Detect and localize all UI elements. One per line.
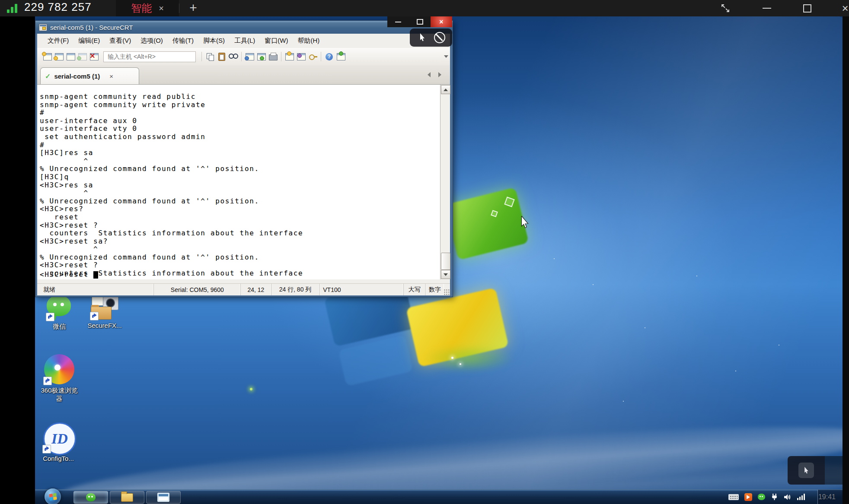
minimize-icon <box>395 22 401 22</box>
host-input-field[interactable] <box>107 53 195 60</box>
host-input[interactable] <box>103 51 196 62</box>
device-id: 229 782 257 <box>24 0 92 14</box>
letterbox-right <box>843 16 849 504</box>
close-icon: × <box>842 2 848 15</box>
terminal-prompt-text: <H3C>reset <box>40 271 93 279</box>
shortcut-arrow-icon <box>42 445 51 453</box>
overlay-minimize-button[interactable] <box>387 16 409 27</box>
remote-cursor-icon <box>798 463 814 478</box>
session-options-icon[interactable] <box>335 51 347 62</box>
connect-dialog-icon[interactable] <box>41 51 53 62</box>
key-agent-icon[interactable] <box>307 51 319 62</box>
securecrt-app-icon <box>39 24 47 31</box>
status-bar: 就绪 Serial: COM5, 9600 24, 12 24 行, 80 列 … <box>37 283 450 295</box>
status-ready: 就绪 <box>37 284 154 295</box>
zmodem-download-icon[interactable] <box>255 51 267 62</box>
desktop-icon-label: 微信 <box>35 322 83 330</box>
maximize-button[interactable] <box>800 2 814 14</box>
pointer-mode-button[interactable] <box>416 32 428 44</box>
signal-strength-icon <box>7 4 20 13</box>
status-cursor-position: 24, 12 <box>241 284 271 295</box>
menu-window[interactable]: 窗口(W) <box>260 37 293 45</box>
overlay-close-button[interactable]: × <box>431 16 452 27</box>
sparkle-dot <box>460 363 461 365</box>
close-button[interactable]: × <box>838 2 849 14</box>
remote-panel-button[interactable] <box>788 456 825 485</box>
remote-app-topbar: 229 782 257 智能 × + × <box>0 0 849 16</box>
menu-file[interactable]: 文件(F) <box>43 37 73 45</box>
toolbar-overflow-chevron-icon[interactable] <box>444 55 448 58</box>
securefx-lens <box>106 298 115 307</box>
taskbar-button-explorer[interactable] <box>110 491 144 504</box>
cursor-arrow-icon <box>419 33 426 42</box>
menu-transfer[interactable]: 传输(T) <box>168 37 198 45</box>
reconnect-icon[interactable] <box>77 51 88 62</box>
show-desktop-button[interactable] <box>817 490 843 504</box>
scroll-down-button[interactable] <box>441 270 450 279</box>
paste-icon[interactable] <box>216 51 227 62</box>
windows-logo-icon <box>49 493 57 501</box>
remote-app-tray-icon[interactable] <box>744 493 752 501</box>
session-properties-icon[interactable] <box>284 51 295 62</box>
menu-help[interactable]: 帮助(H) <box>293 37 324 45</box>
status-emulation: VT100 <box>319 284 404 295</box>
taskbar-button-app-window[interactable] <box>146 491 181 504</box>
find-icon[interactable] <box>227 51 239 62</box>
overlay-maximize-button[interactable] <box>409 16 431 27</box>
tab-scroll-left-icon[interactable] <box>428 72 431 77</box>
start-button[interactable] <box>45 488 61 504</box>
quick-connect-icon[interactable] <box>53 51 65 62</box>
speaker-tray-icon[interactable] <box>784 494 792 501</box>
network-signal-tray-icon[interactable] <box>797 494 805 500</box>
disable-input-button[interactable] <box>434 32 446 44</box>
disconnect-icon[interactable]: × <box>88 51 100 62</box>
menu-edit[interactable]: 编辑(E) <box>73 37 105 45</box>
power-plug-tray-icon[interactable] <box>771 493 778 501</box>
fullscreen-icon <box>720 3 731 13</box>
wechat-icon <box>86 493 96 501</box>
zmodem-upload-icon[interactable] <box>244 51 255 62</box>
folder-icon <box>121 493 133 502</box>
session-tab[interactable]: ✓ serial-com5 (1) × <box>40 67 139 85</box>
clone-session-icon[interactable] <box>65 51 77 62</box>
terminal-area[interactable]: snmp-agent community read public snmp-ag… <box>37 84 450 279</box>
menu-options[interactable]: 选项(O) <box>136 37 168 45</box>
close-icon: × <box>439 18 443 26</box>
scroll-up-button[interactable] <box>441 85 450 94</box>
tab-scroll-right-icon[interactable] <box>438 72 441 77</box>
resize-grip[interactable] <box>444 289 450 295</box>
shortcut-arrow-icon <box>90 312 99 320</box>
fullscreen-button[interactable] <box>718 2 733 14</box>
desktop-icon-wechat[interactable]: 微信 <box>35 295 83 330</box>
screen: 微信 SecureFX... 360极速浏览器 <box>0 0 849 504</box>
remote-session-tab[interactable]: 智能 × <box>116 0 179 16</box>
terminal-cursor <box>93 271 98 279</box>
menu-tools[interactable]: 工具(L) <box>230 37 260 45</box>
vertical-scrollbar[interactable] <box>440 85 450 279</box>
desktop-icon-configtool[interactable]: ID ConfigTo... <box>35 422 83 463</box>
sparkle-dots <box>554 258 555 259</box>
menu-view[interactable]: 查看(V) <box>105 37 136 45</box>
run-script-icon[interactable] <box>295 51 307 62</box>
desktop-icon-360-browser[interactable]: 360极速浏览器 <box>35 354 83 403</box>
keyboard-tray-icon[interactable] <box>728 494 739 500</box>
connected-check-icon: ✓ <box>45 72 51 80</box>
session-tab-bar: ✓ serial-com5 (1) × <box>37 65 450 84</box>
terminal-prompt-line: <H3C>reset <box>40 271 98 279</box>
new-tab-button[interactable]: + <box>183 0 203 16</box>
shortcut-arrow-icon <box>46 313 54 321</box>
desktop-icon-securefx[interactable]: SecureFX... <box>80 295 129 330</box>
print-icon[interactable] <box>267 51 279 62</box>
help-icon[interactable]: ? <box>323 51 335 62</box>
sparkle-dot <box>451 357 453 359</box>
menu-script[interactable]: 脚本(S) <box>198 37 230 45</box>
taskbar: 19:41 <box>35 489 843 504</box>
taskbar-button-wechat[interactable] <box>73 491 108 504</box>
scrollbar-thumb[interactable] <box>441 253 450 270</box>
copy-icon[interactable] <box>204 51 216 62</box>
wechat-tray-icon[interactable] <box>758 494 765 500</box>
remote-tab-close-icon[interactable]: × <box>159 4 164 13</box>
remote-panel-extension <box>825 456 843 485</box>
session-tab-close-icon[interactable]: × <box>109 73 113 80</box>
minimize-button[interactable] <box>760 2 774 14</box>
